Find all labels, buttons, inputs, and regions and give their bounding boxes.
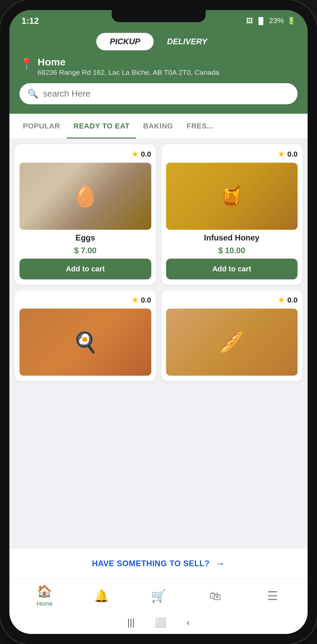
cart-icon: 🛒: [151, 589, 166, 603]
location-row: 📍 Home 68236 Range Rd 162, Lac La Biche,…: [19, 56, 298, 76]
product-name-honey: Infused Honey: [166, 233, 298, 243]
location-address: 68236 Range Rd 162, Lac La Biche, AB T0A…: [38, 68, 219, 76]
app-header: PICKUP DELIVERY 📍 Home 68236 Range Rd 16…: [9, 30, 308, 114]
tab-fresh[interactable]: FRES...: [180, 114, 220, 139]
pickup-button[interactable]: PICKUP: [96, 33, 154, 50]
product-rating-brown: ★ 0.0: [131, 295, 151, 305]
product-card-eggs: ★ 0.0 Eggs $ 7.00 Add to cart: [15, 144, 156, 285]
product-card-baked: ★ 0.0: [161, 290, 303, 381]
category-tabs: POPULAR READY TO EAT BAKING FRES...: [9, 114, 308, 139]
system-back-button[interactable]: ‹: [187, 617, 190, 628]
products-section: ★ 0.0 Eggs $ 7.00 Add to cart ★ 0: [9, 139, 308, 548]
nav-cart[interactable]: 🛒: [147, 589, 170, 603]
product-card-brown-eggs: ★ 0.0: [15, 290, 156, 381]
tab-popular[interactable]: POPULAR: [16, 114, 67, 139]
sell-banner-text: HAVE SOMETHING TO SELL?: [92, 559, 210, 568]
product-price-eggs: $ 7.00: [19, 246, 151, 255]
star-icon-eggs: ★: [131, 149, 139, 159]
star-icon-honey: ★: [277, 149, 285, 159]
status-icons: 🖼 ▐▌ 23% 🔋: [246, 16, 296, 25]
product-name-eggs: Eggs: [19, 233, 151, 243]
products-grid: ★ 0.0 Eggs $ 7.00 Add to cart ★ 0: [15, 144, 302, 381]
location-pin-icon: 📍: [19, 57, 34, 70]
add-to-cart-eggs[interactable]: Add to cart: [19, 259, 151, 279]
product-card-honey: ★ 0.0 Infused Honey $ 10.00 Add to cart: [161, 144, 303, 285]
location-text: Home 68236 Range Rd 162, Lac La Biche, A…: [38, 56, 219, 76]
battery-icon: 🔋: [287, 17, 296, 25]
sell-arrow-icon: →: [215, 558, 225, 569]
system-nav: ||| ⬜ ‹: [9, 612, 308, 634]
search-bar[interactable]: 🔍: [19, 83, 298, 104]
search-input[interactable]: [43, 89, 289, 99]
tab-baking[interactable]: BAKING: [136, 114, 180, 139]
nav-bag[interactable]: 🛍: [204, 589, 227, 603]
rating-value-eggs: 0.0: [141, 150, 151, 159]
delivery-toggle: PICKUP DELIVERY: [19, 33, 298, 50]
system-home-button[interactable]: ⬜: [155, 617, 166, 628]
home-icon: 🏠: [37, 584, 52, 598]
phone-shell: 1:12 🖼 ▐▌ 23% 🔋 PICKUP DELIVERY 📍 Home 6…: [0, 0, 317, 644]
product-card-inner-honey: ★ 0.0 Infused Honey $ 10.00 Add to cart: [161, 144, 303, 285]
rating-value-honey: 0.0: [287, 150, 298, 159]
bell-icon: 🔔: [94, 589, 109, 603]
star-icon-brown: ★: [131, 295, 139, 305]
rating-value-baked: 0.0: [287, 296, 298, 305]
nav-home[interactable]: 🏠 Home: [33, 584, 56, 607]
product-image-baked: [166, 309, 298, 376]
photo-icon: 🖼: [246, 17, 253, 25]
system-menu-button[interactable]: |||: [127, 617, 135, 628]
product-rating-baked: ★ 0.0: [277, 295, 298, 305]
bottom-nav: 🏠 Home 🔔 🛒 🛍 ☰: [9, 579, 308, 612]
product-image-brown: [19, 309, 151, 376]
star-icon-baked: ★: [277, 295, 285, 305]
bag-icon: 🛍: [209, 589, 221, 603]
phone-notch: [112, 10, 206, 22]
product-rating-honey: ★ 0.0: [277, 149, 298, 159]
signal-icon: ▐▌: [256, 17, 266, 25]
nav-notifications[interactable]: 🔔: [90, 589, 113, 603]
battery-text: 23%: [269, 16, 284, 25]
rating-value-brown: 0.0: [141, 296, 151, 305]
search-icon: 🔍: [28, 89, 38, 99]
sell-banner[interactable]: HAVE SOMETHING TO SELL? →: [9, 548, 308, 579]
location-name: Home: [38, 56, 219, 68]
product-price-honey: $ 10.00: [166, 246, 298, 255]
phone-screen: 1:12 🖼 ▐▌ 23% 🔋 PICKUP DELIVERY 📍 Home 6…: [9, 10, 308, 634]
nav-home-label: Home: [37, 600, 53, 607]
menu-icon: ☰: [267, 589, 278, 603]
product-card-inner-brown: ★ 0.0: [15, 290, 156, 381]
nav-menu[interactable]: ☰: [261, 589, 284, 603]
add-to-cart-honey[interactable]: Add to cart: [166, 259, 298, 279]
status-time: 1:12: [21, 16, 39, 26]
delivery-button[interactable]: DELIVERY: [154, 33, 221, 50]
product-card-inner-baked: ★ 0.0: [161, 290, 303, 381]
tab-ready-to-eat[interactable]: READY TO EAT: [67, 114, 136, 139]
product-image-eggs: [19, 163, 151, 230]
product-image-honey: [166, 163, 298, 230]
product-card-inner: ★ 0.0 Eggs $ 7.00 Add to cart: [15, 144, 156, 285]
product-rating-eggs: ★ 0.0: [131, 149, 151, 159]
